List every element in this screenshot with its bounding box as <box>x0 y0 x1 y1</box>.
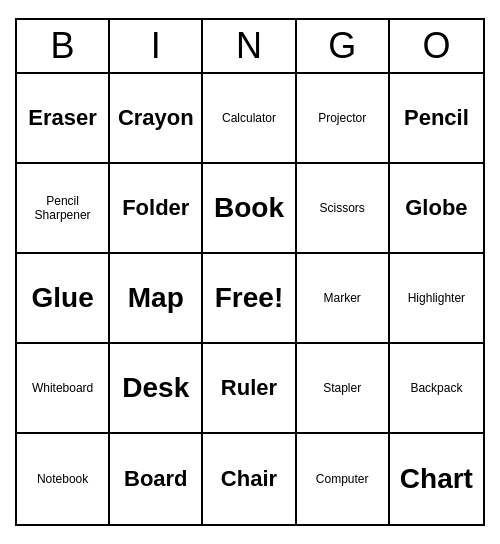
header-letter-I: I <box>110 20 203 72</box>
bingo-cell-23: Computer <box>297 434 390 524</box>
bingo-header: BINGO <box>17 20 483 74</box>
bingo-cell-17: Ruler <box>203 344 296 434</box>
header-letter-B: B <box>17 20 110 72</box>
bingo-cell-24: Chart <box>390 434 483 524</box>
bingo-cell-11: Map <box>110 254 203 344</box>
bingo-cell-6: Folder <box>110 164 203 254</box>
bingo-cell-15: Whiteboard <box>17 344 110 434</box>
bingo-cell-13: Marker <box>297 254 390 344</box>
bingo-cell-22: Chair <box>203 434 296 524</box>
bingo-cell-19: Backpack <box>390 344 483 434</box>
bingo-cell-0: Eraser <box>17 74 110 164</box>
bingo-cell-4: Pencil <box>390 74 483 164</box>
bingo-cell-8: Scissors <box>297 164 390 254</box>
bingo-cell-16: Desk <box>110 344 203 434</box>
bingo-cell-21: Board <box>110 434 203 524</box>
bingo-cell-10: Glue <box>17 254 110 344</box>
bingo-cell-9: Globe <box>390 164 483 254</box>
bingo-cell-14: Highlighter <box>390 254 483 344</box>
bingo-cell-3: Projector <box>297 74 390 164</box>
bingo-cell-5: Pencil Sharpener <box>17 164 110 254</box>
header-letter-O: O <box>390 20 483 72</box>
bingo-cell-7: Book <box>203 164 296 254</box>
header-letter-G: G <box>297 20 390 72</box>
header-letter-N: N <box>203 20 296 72</box>
bingo-grid: EraserCrayonCalculatorProjectorPencilPen… <box>17 74 483 524</box>
bingo-cell-2: Calculator <box>203 74 296 164</box>
bingo-cell-12: Free! <box>203 254 296 344</box>
bingo-card: BINGO EraserCrayonCalculatorProjectorPen… <box>15 18 485 526</box>
bingo-cell-1: Crayon <box>110 74 203 164</box>
bingo-cell-20: Notebook <box>17 434 110 524</box>
bingo-cell-18: Stapler <box>297 344 390 434</box>
